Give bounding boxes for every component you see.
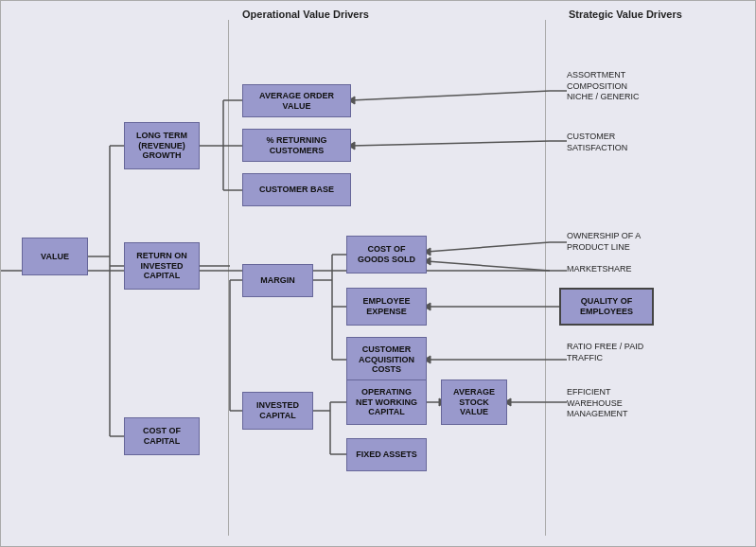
node-returning: % RETURNING CUSTOMERS [242, 129, 351, 162]
node-fixed-assets: FIXED ASSETS [346, 438, 427, 471]
node-long-term: LONG TERM(REVENUE)GROWTH [124, 122, 200, 169]
node-avg-order: AVERAGE ORDER VALUE [242, 84, 351, 117]
strategic-label: Strategic Value Drivers [569, 9, 682, 20]
node-customer-base: CUSTOMER BASE [242, 173, 351, 206]
svg-line-26 [351, 91, 550, 100]
text-efficient: EFFICIENTWAREHOUSEMANAGEMENT [567, 387, 628, 420]
divider-2 [545, 20, 546, 536]
node-employee-exp: EMPLOYEEEXPENSE [346, 288, 427, 326]
node-invested-capital: INVESTEDCAPITAL [242, 392, 313, 430]
operational-label: Operational Value Drivers [242, 9, 369, 20]
divider-1 [228, 20, 229, 536]
svg-line-29 [351, 141, 550, 146]
node-cac: CUSTOMERACQUISITIONCOSTS [346, 337, 427, 382]
text-ratio: RATIO FREE / PAIDTRAFFIC [567, 342, 643, 363]
node-cost-capital: COST OFCAPITAL [124, 417, 200, 455]
node-roic: RETURN ONINVESTEDCAPITAL [124, 242, 200, 290]
text-customer-sat: CUSTOMERSATISFACTION [567, 132, 627, 153]
text-assortment: ASSORTMENTCOMPOSITIONNICHE / GENERIC [567, 70, 640, 103]
node-quality: QUALITY OFEMPLOYEES [559, 288, 654, 326]
diagram-container: Operational Value Drivers Strategic Valu… [0, 0, 756, 547]
svg-line-35 [427, 261, 550, 271]
node-avg-stock: AVERAGESTOCKVALUE [441, 379, 507, 425]
node-margin: MARGIN [242, 264, 313, 297]
text-marketshare: MARKETSHARE [567, 264, 632, 275]
text-ownership: OWNERSHIP OF APRODUCT LINE [567, 231, 641, 253]
node-value: VALUE [22, 238, 88, 275]
node-cogs: COST OFGOODS SOLD [346, 236, 427, 274]
node-op-net-working: OPERATINGNET WORKINGCAPITAL [346, 379, 427, 425]
svg-line-32 [427, 242, 550, 252]
